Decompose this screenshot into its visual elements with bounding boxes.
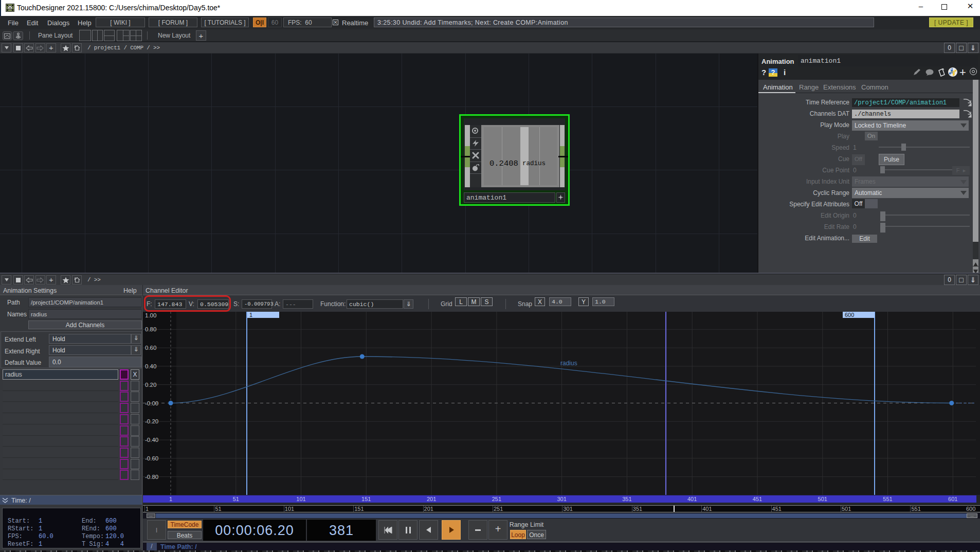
svg-text:radius: radius xyxy=(560,360,577,367)
svg-text:1: 1 xyxy=(249,312,252,318)
svg-text:0.20: 0.20 xyxy=(145,382,156,388)
svg-text:-0.80: -0.80 xyxy=(145,474,158,480)
svg-text:-0.20: -0.20 xyxy=(145,418,158,424)
svg-text:0.40: 0.40 xyxy=(145,363,156,369)
svg-text:-0.00: -0.00 xyxy=(145,400,158,406)
svg-text:0.60: 0.60 xyxy=(145,345,156,351)
svg-text:-0.40: -0.40 xyxy=(145,437,158,443)
svg-text:0.80: 0.80 xyxy=(145,326,156,332)
svg-text:-0.60: -0.60 xyxy=(145,455,158,461)
svg-text:600: 600 xyxy=(845,312,854,318)
svg-text:1.00: 1.00 xyxy=(145,312,156,318)
